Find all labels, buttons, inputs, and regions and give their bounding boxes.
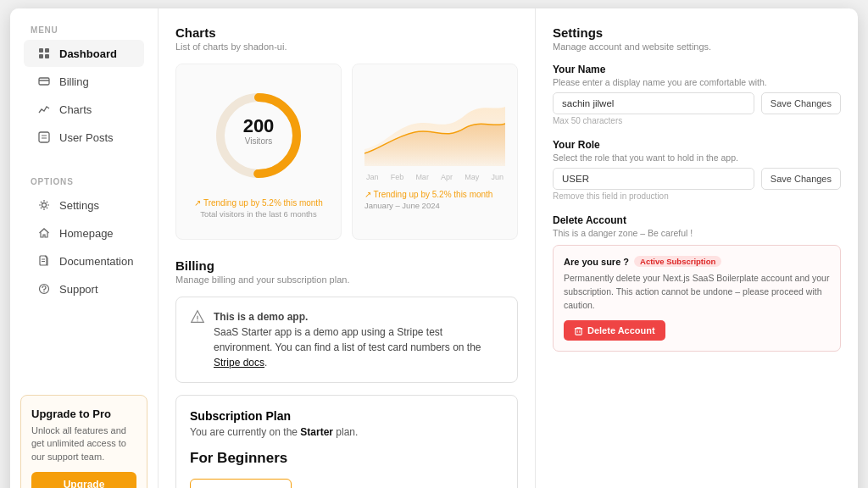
settings-icon (37, 198, 51, 212)
stripe-docs-link[interactable]: Stripe docs (214, 357, 264, 369)
home-icon (37, 226, 51, 240)
your-name-input[interactable] (553, 92, 754, 114)
main-left-column: Charts List of charts by shadon-ui. 200 (159, 8, 536, 488)
area-chart-card: Jan Feb Mar Apr May Jun ↗ Trending up by… (352, 64, 518, 240)
delete-account-button[interactable]: Delete Account (564, 320, 665, 341)
your-role-save-button[interactable]: Save Changes (761, 168, 841, 190)
your-role-select[interactable]: USER ADMIN (553, 168, 754, 190)
svg-text:Visitors: Visitors (245, 136, 273, 146)
sidebar-item-user-posts-label: User Posts (59, 131, 114, 144)
sidebar-item-charts-label: Charts (59, 103, 92, 116)
svg-rect-21 (576, 329, 581, 335)
confirm-box-header: Are you sure ? Active Subscription (564, 256, 830, 267)
upgrade-description: Unlock all features and get unlimited ac… (31, 424, 136, 463)
area-chart-svg (364, 81, 505, 166)
your-role-desc: Select the role that you want to hold in… (553, 152, 841, 163)
menu-section-label: MENU (17, 25, 151, 35)
subscription-description: You are currently on the Starter plan. (190, 426, 504, 438)
delete-account-title: Delete Account (553, 214, 841, 226)
options-section-label: OPTIONS (17, 177, 151, 186)
sidebar-item-settings[interactable]: Settings (24, 191, 144, 219)
sidebar-item-homepage-label: Homepage (59, 227, 114, 240)
plan-name: For Beginners (190, 450, 504, 467)
subscription-card: Subscription Plan You are currently on t… (175, 395, 518, 488)
confirm-box-text: Permanently delete your Next.js SaaS Boi… (564, 272, 830, 312)
svg-point-20 (197, 320, 198, 321)
your-name-save-button[interactable]: Save Changes (761, 92, 841, 114)
choose-plan-button[interactable]: Choose a plan (190, 479, 292, 488)
sidebar-item-settings-label: Settings (59, 199, 99, 212)
billing-title: Billing (175, 258, 518, 273)
settings-section: Settings Manage account and website sett… (536, 8, 858, 488)
char-hint: Max 50 characters (553, 116, 841, 125)
dashboard-icon (37, 47, 51, 60)
billing-subtitle: Manage billing and your subscription pla… (175, 274, 518, 285)
confirm-delete-box: Are you sure ? Active Subscription Perma… (553, 245, 841, 352)
donut-chart-svg: 200 Visitors (208, 85, 309, 186)
docs-icon (37, 254, 51, 268)
donut-trend: ↗ Trending up by 5.2% this month (194, 198, 322, 208)
settings-subtitle: Manage account and website settings. (553, 42, 841, 52)
sidebar-item-dashboard[interactable]: Dashboard (24, 40, 144, 67)
your-name-field: Your Name Please enter a display name yo… (553, 64, 841, 125)
subscription-title: Subscription Plan (190, 409, 504, 423)
svg-point-9 (42, 203, 47, 208)
demo-notice: This is a demo app. SaaS Starter app is … (175, 297, 518, 383)
svg-rect-4 (39, 78, 49, 85)
billing-section: Billing Manage billing and your subscrip… (175, 258, 518, 488)
upgrade-title: Upgrade to Pro (31, 408, 136, 420)
your-name-desc: Please enter a display name you are comf… (553, 77, 841, 87)
posts-icon (37, 130, 51, 144)
charts-title: Charts (175, 25, 518, 40)
demo-notice-line1: This is a demo app. (214, 311, 308, 323)
charts-subtitle: List of charts by shadon-ui. (175, 42, 518, 52)
sidebar-item-support-label: Support (59, 283, 98, 296)
sidebar-item-homepage[interactable]: Homepage (24, 219, 144, 247)
trash-icon (574, 326, 583, 336)
area-chart-labels: Jan Feb Mar Apr May Jun (364, 173, 505, 181)
warning-icon (190, 309, 205, 324)
confirm-box-title: Are you sure ? (564, 257, 629, 267)
active-subscription-badge: Active Subscription (634, 256, 721, 267)
support-icon (37, 282, 51, 296)
billing-icon (37, 75, 51, 88)
sidebar: MENU Dashboard (10, 8, 159, 488)
donut-sub: Total visitors in the last 6 months (200, 209, 316, 219)
charts-section: Charts List of charts by shadon-ui. 200 (175, 25, 518, 240)
sidebar-item-billing-label: Billing (59, 75, 89, 88)
svg-point-14 (43, 291, 44, 292)
your-role-label: Your Role (553, 139, 841, 151)
sidebar-item-charts[interactable]: Charts (24, 96, 144, 123)
demo-notice-line3: . (264, 357, 267, 369)
upgrade-box: Upgrade to Pro Unlock all features and g… (20, 395, 147, 488)
your-role-field: Your Role Select the role that you want … (553, 139, 841, 201)
area-sub: January – June 2024 (364, 201, 505, 210)
area-trend: ↗ Trending up by 5.2% this month (364, 190, 505, 199)
svg-text:200: 200 (243, 115, 275, 136)
charts-row: 200 Visitors ↗ Trending up by 5.2% this … (175, 64, 518, 240)
sidebar-item-documentation-label: Documentation (59, 255, 133, 268)
svg-rect-6 (39, 132, 49, 142)
delete-account-desc: This is a danger zone – Be careful ! (553, 228, 841, 238)
main-content: Charts List of charts by shadon-ui. 200 (159, 8, 858, 488)
svg-rect-1 (45, 48, 49, 53)
delete-account-section: Delete Account This is a danger zone – B… (553, 214, 841, 352)
sidebar-item-support[interactable]: Support (24, 275, 144, 302)
svg-rect-0 (39, 48, 43, 53)
svg-rect-10 (40, 256, 47, 265)
upgrade-button[interactable]: Upgrade (31, 472, 136, 488)
sidebar-item-dashboard-label: Dashboard (59, 47, 117, 60)
settings-title: Settings (553, 25, 841, 40)
svg-rect-3 (45, 54, 49, 58)
sidebar-item-billing[interactable]: Billing (24, 68, 144, 95)
your-name-label: Your Name (553, 64, 841, 75)
role-hint: Remove this field in production (553, 191, 841, 201)
donut-chart-card: 200 Visitors ↗ Trending up by 5.2% this … (175, 64, 342, 240)
svg-rect-2 (39, 54, 43, 58)
charts-icon (37, 103, 51, 116)
demo-notice-line2: SaaS Starter app is a demo app using a S… (214, 326, 481, 353)
sidebar-item-user-posts[interactable]: User Posts (24, 124, 144, 151)
sidebar-item-documentation[interactable]: Documentation (24, 247, 144, 274)
